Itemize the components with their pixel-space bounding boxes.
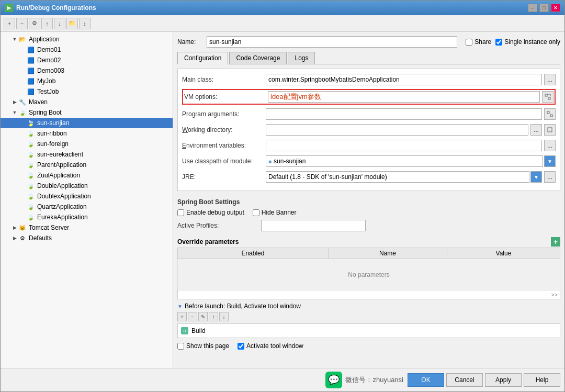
share-checkbox-label[interactable]: Share [466,38,491,46]
add-config-button[interactable]: + [4,18,15,29]
vm-options-expand-button[interactable] [542,91,553,103]
working-dir-input[interactable] [266,124,528,136]
close-button[interactable]: ✕ [551,4,560,12]
env-vars-input[interactable] [266,140,542,151]
tree-group-application[interactable]: ▼ 📂 Application [1,34,173,44]
minimize-button[interactable]: ─ [528,4,537,12]
active-profiles-label: Active Profiles: [177,222,261,229]
bottom-bar: 💬 微信号：zhuyuansi OK Cancel Apply Help [1,368,564,391]
share-checkbox[interactable] [466,39,472,46]
tree-item-parent-app[interactable]: 🍃 ParentApplication [1,160,173,170]
tree-item-zuul-app[interactable]: 🍃 ZuulApplication [1,170,173,181]
tree-item-eureka-app[interactable]: 🍃 EurekaApplication [1,212,173,222]
cancel-button[interactable]: Cancel [446,373,483,387]
activate-window-checkbox[interactable] [238,343,244,350]
vm-options-display: idea配置jvm参数 [268,91,540,103]
tree-group-maven[interactable]: ▶ 🔧 Maven [1,97,173,107]
enable-debug-label[interactable]: Enable debug output [177,209,244,216]
main-class-browse-button[interactable]: … [544,74,556,85]
enable-debug-checkbox[interactable] [177,209,184,216]
tree-item-demo01[interactable]: 🟦 Demo01 [1,44,173,55]
add-param-button[interactable]: + [551,237,560,247]
svg-rect-4 [547,111,549,114]
tree-group-spring-boot[interactable]: ▼ 🍃 Spring Boot [1,107,173,118]
tree-group-tomcat[interactable]: ▶ 🐱 Tomcat Server [1,222,173,233]
hide-banner-label[interactable]: Hide Banner [253,209,297,216]
bl-remove-button[interactable]: − [188,312,197,321]
sb-icon-parent-app: 🍃 [27,161,35,169]
before-launch-section: ▼ Before launch: Build, Activate tool wi… [177,303,560,338]
sb-icon-doublex-app: 🍃 [27,192,35,200]
override-params-title: Override parameters [177,238,551,245]
move-down-button[interactable]: ↓ [54,18,65,29]
bl-down-button[interactable]: ↓ [219,312,229,321]
maximize-button[interactable]: □ [539,4,549,12]
bottom-left: 💬 微信号：zhuyuansi [5,372,403,388]
app-icon-demo003: 🟦 [27,66,35,75]
application-group-icon: 📂 [18,35,27,43]
tree-group-defaults[interactable]: ▶ ⚙ Defaults [1,233,173,243]
tree-item-double-app[interactable]: 🍃 DoubleApplication [1,181,173,191]
spring-boot-group-icon: 🍃 [18,108,27,117]
activate-window-checkbox-label[interactable]: Activate tool window [238,342,303,350]
copy-config-button[interactable]: ⚙ [29,18,40,29]
help-button[interactable]: Help [524,373,560,387]
app-label-demo003: Demo003 [37,67,64,74]
bl-up-button[interactable]: ↑ [209,312,218,321]
active-profiles-input[interactable] [261,220,366,231]
spring-boot-checkboxes: Enable debug output Hide Banner [177,209,560,216]
main-class-input[interactable] [266,74,542,85]
before-launch-header[interactable]: ▼ Before launch: Build, Activate tool wi… [177,303,560,310]
folder-button[interactable]: 📁 [66,18,78,29]
working-dir-expand-button[interactable] [544,124,556,136]
tab-code-coverage[interactable]: Code Coverage [229,52,287,64]
tomcat-group-icon: 🐱 [18,223,27,232]
jre-browse-button[interactable]: … [544,171,556,183]
working-dir-row: Working directory: … [182,124,556,136]
no-params-text: No parameters [178,259,560,290]
bl-add-button[interactable]: + [177,312,187,321]
working-dir-browse-button[interactable]: … [530,124,542,136]
tab-configuration[interactable]: Configuration [177,52,228,64]
tree-item-sun-foreign[interactable]: 🍃 sun-foreign [1,139,173,149]
apply-button[interactable]: Apply [485,373,522,387]
sb-icon-eureka-app: 🍃 [27,213,35,221]
env-vars-browse-button[interactable]: … [544,140,556,151]
program-args-input[interactable] [266,108,542,120]
name-input[interactable] [207,36,457,48]
tab-logs[interactable]: Logs [288,52,315,64]
tabs: Configuration Code Coverage Logs [177,52,560,64]
move-up-button[interactable]: ↑ [41,18,53,29]
sb-label-sun-eurekaclient: sun-eurekaclient [37,151,83,158]
program-args-expand-button[interactable] [544,108,556,120]
name-row: Name: Share Single instance only [177,36,560,48]
single-instance-checkbox[interactable] [495,39,502,46]
tree-item-demo003[interactable]: 🟦 Demo003 [1,65,173,76]
maven-group-icon: 🔧 [18,98,27,106]
remove-config-button[interactable]: − [16,18,28,29]
show-page-checkbox[interactable] [177,343,184,350]
tree-item-sun-eurekaclient[interactable]: 🍃 sun-eurekaclient [1,149,173,160]
bl-edit-button[interactable]: ✎ [198,312,208,321]
tree-item-myjob[interactable]: 🟦 MyJob [1,76,173,86]
hide-banner-checkbox[interactable] [253,209,259,216]
jre-dropdown-button[interactable]: ▼ [530,171,542,183]
tree-item-demo02[interactable]: 🟦 Demo02 [1,55,173,65]
classpath-dropdown-button[interactable]: ▼ [544,155,556,167]
col-enabled: Enabled [178,248,329,259]
tree-item-testjob[interactable]: 🟦 TestJob [1,86,173,97]
tree-item-sun-sunjian[interactable]: 🍃 sun-sunjian [1,118,173,128]
sort-button[interactable]: ↕ [79,18,91,29]
ok-button[interactable]: OK [408,373,444,387]
single-instance-checkbox-label[interactable]: Single instance only [495,38,560,46]
show-page-checkbox-label[interactable]: Show this page [177,342,229,350]
tree-item-sun-ribbon[interactable]: 🍃 sun-ribbon [1,128,173,139]
params-table: Enabled Name Value No parameters [177,248,560,290]
spring-boot-group-label: Spring Boot [29,109,62,116]
title-bar: ▶ Run/Debug Configurations ─ □ ✕ [1,1,564,15]
tree-item-doublex-app[interactable]: 🍃 DoublexApplication [1,191,173,201]
params-footer: >> [177,290,560,299]
left-panel: ▼ 📂 Application 🟦 Demo01 🟦 Demo02 🟦 Demo… [1,32,173,368]
sb-label-sun-ribbon: sun-ribbon [37,130,67,137]
tree-item-quartz-app[interactable]: 🍃 QuartzApplication [1,201,173,212]
